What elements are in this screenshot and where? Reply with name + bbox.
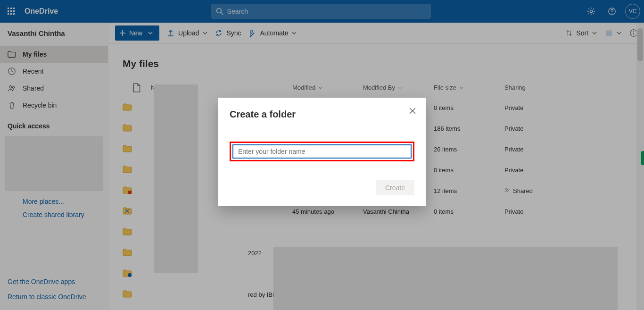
dialog-title: Create a folder bbox=[230, 109, 414, 120]
create-folder-dialog: Create a folder Create bbox=[218, 98, 426, 206]
dialog-close-button[interactable] bbox=[406, 104, 419, 117]
close-icon bbox=[409, 108, 416, 114]
folder-name-input[interactable] bbox=[232, 144, 412, 159]
folder-name-field-highlight bbox=[230, 142, 414, 161]
create-button[interactable]: Create bbox=[376, 180, 414, 195]
